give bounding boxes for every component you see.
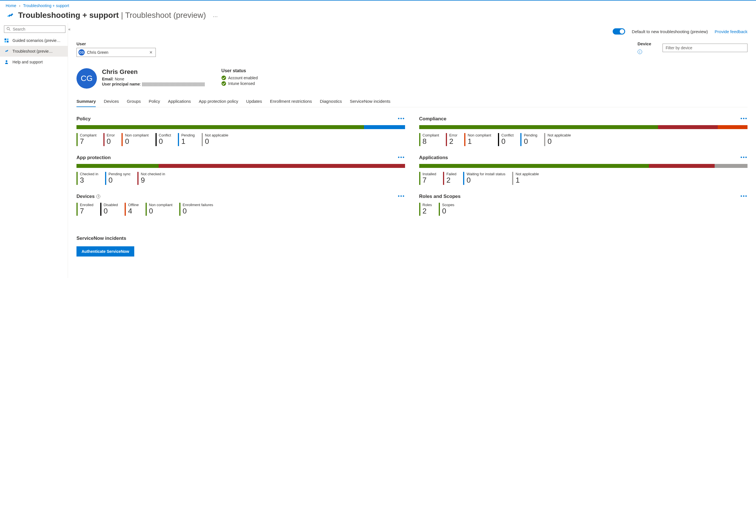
metric-value: 0	[149, 207, 173, 215]
device-filter-input[interactable]	[662, 43, 747, 52]
devices-metrics: Enrolled7Disabled0Offline4Non compliant0…	[76, 203, 405, 216]
metric-label: Non compliant	[125, 133, 148, 137]
app-protection-metrics: Checked in3Pending sync0Not checked in9	[76, 172, 405, 185]
metric-value: 8	[422, 137, 439, 146]
sidebar-item-label: Troubleshoot (previe…	[13, 49, 53, 54]
tab-enrollment-restrictions[interactable]: Enrollment restrictions	[270, 96, 312, 107]
sidebar-item-troubleshoot[interactable]: Troubleshoot (previe…	[0, 46, 68, 57]
tab-policy[interactable]: Policy	[149, 96, 160, 107]
metric-value: 0	[104, 207, 118, 215]
tab-strip: SummaryDevicesGroupsPolicyApplicationsAp…	[76, 96, 747, 107]
metric-label: Failed	[446, 172, 456, 176]
metric: Non compliant0	[122, 133, 148, 146]
metric: Error2	[446, 133, 457, 146]
metric-color-stripe	[419, 203, 420, 216]
compliance-metrics: Compliant8Error2Non compliant1Conflict0P…	[419, 133, 748, 146]
metric-color-stripe	[419, 133, 420, 146]
troubleshoot-icon	[6, 11, 15, 20]
card-more-icon[interactable]: •••	[398, 193, 405, 199]
card-title: Compliance	[419, 116, 446, 122]
guided-scenarios-icon	[4, 38, 9, 43]
metric-label: Compliant	[422, 133, 439, 137]
status-account-enabled: Account enabled	[222, 76, 258, 80]
svg-point-6	[6, 60, 7, 62]
svg-point-0	[7, 27, 9, 30]
provide-feedback-link[interactable]: Provide feedback	[715, 29, 747, 34]
tab-summary[interactable]: Summary	[76, 96, 96, 107]
metric-color-stripe	[178, 133, 179, 146]
metric: Offline4	[125, 203, 139, 216]
card-more-icon[interactable]: •••	[398, 116, 405, 122]
metric-color-stripe	[446, 133, 447, 146]
check-icon	[222, 81, 226, 86]
sidebar-item-label: Guided scenarios (previe…	[13, 38, 61, 43]
metric-color-stripe	[125, 203, 126, 216]
metric-label: Roles	[422, 203, 432, 207]
metric-color-stripe	[544, 133, 545, 146]
card-roles-scopes: Roles and Scopes ••• Roles2Scopes0	[419, 193, 748, 216]
metric-color-stripe	[202, 133, 203, 146]
bar-segment	[364, 125, 405, 129]
metric-color-stripe	[105, 172, 106, 185]
card-title: Policy	[76, 116, 91, 122]
card-title: Roles and Scopes	[419, 194, 461, 199]
metric-value: 0	[524, 137, 537, 146]
check-icon	[222, 76, 226, 80]
metric-value: 7	[422, 176, 436, 184]
breadcrumb-section[interactable]: Troubleshooting + support	[23, 3, 69, 8]
metric-label: Not applicable	[548, 133, 571, 137]
metric-label: Non compliant	[149, 203, 173, 207]
card-more-icon[interactable]: •••	[741, 155, 747, 161]
card-more-icon[interactable]: •••	[398, 155, 405, 161]
metric-color-stripe	[100, 203, 101, 216]
metric-value: 0	[501, 137, 514, 146]
card-more-icon[interactable]: •••	[741, 116, 747, 122]
metric-value: 0	[159, 137, 171, 146]
metric-label: Not checked in	[141, 172, 165, 176]
sidebar: « Guided scenarios (previe… Troubleshoot…	[0, 23, 68, 278]
default-troubleshooting-toggle[interactable]	[613, 28, 625, 35]
metric-value: 0	[183, 207, 213, 215]
sidebar-search[interactable]	[4, 25, 66, 33]
user-filter-label: User	[76, 41, 156, 46]
user-chip-avatar: CG	[78, 49, 85, 56]
user-filter-chip[interactable]: CG Chris Green ✕	[76, 48, 156, 57]
tab-diagnostics[interactable]: Diagnostics	[320, 96, 342, 107]
breadcrumb-home[interactable]: Home	[6, 3, 16, 8]
tab-devices[interactable]: Devices	[104, 96, 119, 107]
metric: Enrollment failures0	[179, 203, 213, 216]
servicenow-title: ServiceNow incidents	[76, 236, 747, 241]
metric-color-stripe	[76, 203, 78, 216]
metric-value: 0	[548, 137, 571, 146]
tab-updates[interactable]: Updates	[246, 96, 262, 107]
bar-segment	[419, 164, 649, 168]
sidebar-item-help-support[interactable]: Help and support	[0, 57, 68, 67]
card-policy: Policy ••• Compliant7Error0Non compliant…	[76, 116, 405, 146]
info-icon[interactable]: i	[96, 195, 100, 199]
metric-value: 0	[125, 137, 148, 146]
metric-label: Not applicable	[205, 133, 228, 137]
applications-bar	[419, 164, 748, 168]
toggle-label: Default to new troubleshooting (preview)	[632, 29, 708, 34]
metric-label: Enrollment failures	[183, 203, 213, 207]
metric-label: Disabled	[104, 203, 118, 207]
page-title-more-icon[interactable]: …	[210, 11, 220, 19]
sidebar-item-guided-scenarios[interactable]: Guided scenarios (previe…	[0, 35, 68, 46]
card-compliance: Compliance ••• Compliant8Error2Non compl…	[419, 116, 748, 146]
metric: Conflict0	[155, 133, 171, 146]
tab-servicenow-incidents[interactable]: ServiceNow incidents	[350, 96, 390, 107]
tab-app-protection-policy[interactable]: App protection policy	[199, 96, 238, 107]
servicenow-section: ServiceNow incidents Authenticate Servic…	[76, 236, 747, 256]
card-more-icon[interactable]: •••	[741, 193, 747, 199]
authenticate-servicenow-button[interactable]: Authenticate ServiceNow	[76, 246, 134, 256]
app-protection-bar	[76, 164, 405, 168]
metric-value: 0	[107, 137, 115, 146]
sidebar-search-input[interactable]	[12, 27, 63, 32]
user-avatar: CG	[76, 68, 97, 89]
metric-color-stripe	[76, 172, 78, 185]
metric-value: 1	[181, 137, 195, 146]
tab-applications[interactable]: Applications	[168, 96, 191, 107]
tab-groups[interactable]: Groups	[127, 96, 141, 107]
device-info-icon[interactable]: i	[637, 50, 642, 54]
close-icon[interactable]: ✕	[148, 50, 154, 55]
